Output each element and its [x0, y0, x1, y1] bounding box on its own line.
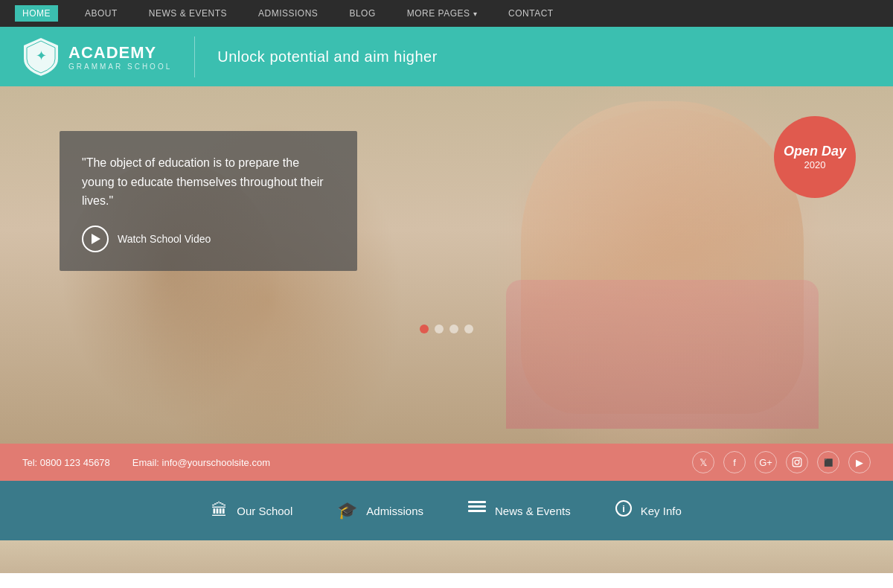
- dot-4[interactable]: [464, 325, 473, 333]
- nav-item-contact[interactable]: CONTACT: [504, 5, 558, 22]
- nav-item-blog[interactable]: BLOG: [345, 5, 380, 22]
- contact-info: Tel: 0800 123 45678 Email: info@yourscho…: [22, 457, 270, 468]
- svg-text:i: i: [622, 503, 625, 514]
- svg-rect-1: [793, 458, 801, 467]
- twitter-icon[interactable]: 𝕏: [692, 451, 714, 473]
- hero-section: "The object of education is to prepare t…: [0, 86, 893, 444]
- play-triangle-icon: [92, 234, 100, 244]
- quick-link-news-events[interactable]: News & Events: [468, 501, 571, 520]
- nav-item-home[interactable]: HOME: [15, 5, 58, 22]
- svg-rect-6: [468, 510, 486, 512]
- svg-text:✦: ✦: [36, 48, 47, 63]
- bottom-children-photo: [0, 540, 893, 573]
- carousel-dots: [420, 325, 473, 333]
- school-logo-icon: ✦: [22, 36, 60, 77]
- top-navigation: HOME ABOUT NEWS & EVENTS ADMISSIONS BLOG…: [0, 0, 893, 27]
- contact-bar: Tel: 0800 123 45678 Email: info@yourscho…: [0, 444, 893, 481]
- site-header: ✦ ACADEMY GRAMMAR SCHOOL Unlock potentia…: [0, 27, 893, 86]
- quote-box: "The object of education is to prepare t…: [60, 131, 357, 271]
- svg-point-2: [795, 460, 799, 464]
- news-icon: [468, 501, 486, 520]
- graduation-cap-icon: 🎓: [337, 501, 357, 520]
- quick-link-admissions[interactable]: 🎓 Admissions: [337, 501, 423, 520]
- quick-link-our-school[interactable]: 🏛 Our School: [211, 501, 292, 520]
- dot-2[interactable]: [435, 325, 444, 333]
- google-plus-icon[interactable]: G+: [755, 451, 777, 473]
- watch-video-button[interactable]: Watch School Video: [82, 226, 211, 252]
- pink-shirt-overlay: [506, 280, 819, 429]
- quick-links-bar: 🏛 Our School 🎓 Admissions News & Events …: [0, 481, 893, 540]
- nav-item-admissions[interactable]: ADMISSIONS: [254, 5, 322, 22]
- header-tagline: Unlock potential and aim higher: [217, 48, 438, 65]
- phone-number: Tel: 0800 123 45678: [22, 457, 110, 468]
- nav-item-more-pages[interactable]: MORE PAGES ▾: [403, 5, 481, 22]
- social-icons-bar: 𝕏 f G+ ⬛ ▶: [692, 451, 871, 473]
- bottom-strip: [0, 540, 893, 573]
- facebook-icon[interactable]: f: [723, 451, 746, 473]
- nav-item-about[interactable]: ABOUT: [80, 5, 122, 22]
- youtube-icon[interactable]: ▶: [848, 451, 871, 473]
- svg-rect-4: [468, 501, 486, 503]
- logo-area: ✦ ACADEMY GRAMMAR SCHOOL: [22, 36, 195, 77]
- nav-item-news[interactable]: NEWS & EVENTS: [144, 5, 231, 22]
- instagram-icon[interactable]: [786, 451, 808, 473]
- quote-text: "The object of education is to prepare t…: [82, 153, 335, 211]
- dot-3[interactable]: [449, 325, 458, 333]
- info-circle-icon: i: [615, 500, 632, 521]
- chevron-down-icon: ▾: [473, 10, 478, 18]
- school-building-icon: 🏛: [211, 501, 228, 520]
- quick-link-key-info[interactable]: i Key Info: [615, 500, 682, 521]
- svg-rect-5: [468, 505, 486, 508]
- dot-1[interactable]: [420, 325, 429, 333]
- play-icon: [82, 226, 109, 252]
- open-day-badge: Open Day 2020: [774, 116, 856, 198]
- flickr-icon[interactable]: ⬛: [817, 451, 839, 473]
- logo-text: ACADEMY GRAMMAR SCHOOL: [68, 43, 172, 71]
- svg-point-3: [798, 459, 800, 461]
- email-address: Email: info@yourschoolsite.com: [132, 457, 270, 468]
